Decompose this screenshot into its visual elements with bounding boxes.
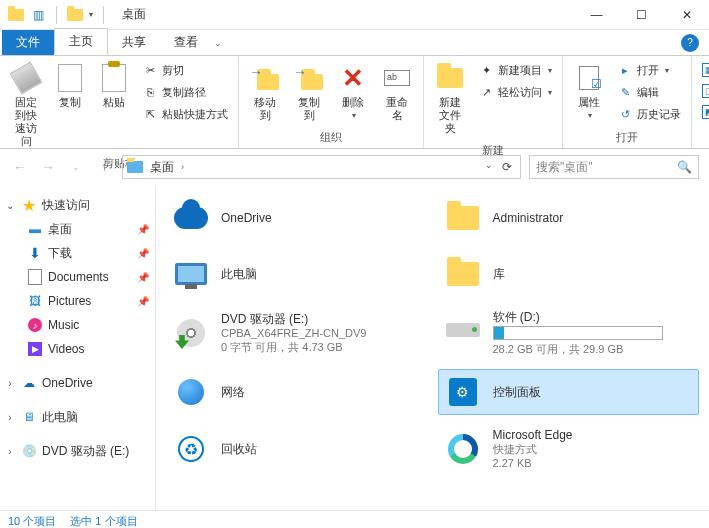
ribbon-group-open: 属性 ▾ ▸打开▾ ✎编辑 ↺历史记录 打开: [563, 56, 692, 148]
item-this-pc[interactable]: 此电脑: [166, 251, 428, 297]
new-folder-button[interactable]: 新建 文件夹: [430, 60, 470, 137]
history-button[interactable]: ↺历史记录: [613, 104, 685, 124]
back-button[interactable]: ←: [10, 157, 30, 177]
copy-to-button[interactable]: 复制到: [289, 60, 329, 124]
edit-button[interactable]: ✎编辑: [613, 82, 685, 102]
libraries-icon: [443, 254, 483, 294]
rename-icon: [381, 62, 413, 94]
nav-documents[interactable]: Documents📌: [0, 265, 155, 289]
item-dvd[interactable]: DVD 驱动器 (E:) CPBA_X64FRE_ZH-CN_DV9 0 字节 …: [166, 307, 428, 359]
minimize-button[interactable]: —: [574, 0, 619, 30]
qat-properties-icon[interactable]: ▥: [30, 7, 46, 23]
forward-button[interactable]: →: [38, 157, 58, 177]
qat-dropdown-icon[interactable]: ▾: [89, 10, 93, 19]
item-recycle-bin[interactable]: ♻ 回收站: [166, 425, 428, 473]
tab-file[interactable]: 文件: [2, 30, 54, 55]
group-label: 组织: [239, 128, 423, 148]
window-title: 桌面: [114, 6, 146, 23]
nav-dvd[interactable]: ›💿DVD 驱动器 (E:): [0, 439, 155, 463]
nav-downloads[interactable]: ⬇下载📌: [0, 241, 155, 265]
open-button[interactable]: ▸打开▾: [613, 60, 685, 80]
refresh-button[interactable]: ⟳: [498, 160, 516, 174]
item-edge[interactable]: Microsoft Edge 快捷方式 2.27 KB: [438, 425, 700, 473]
dvd-icon: [171, 313, 211, 353]
easy-access-button[interactable]: ↗轻松访问▾: [474, 82, 556, 102]
usage-bar: [493, 326, 663, 340]
close-button[interactable]: ✕: [664, 0, 709, 30]
documents-icon: [26, 268, 44, 286]
navigation-pane: ⌄★快速访问 ▬桌面📌 ⬇下载📌 Documents📌 🖼Pictures📌 ♪…: [0, 185, 156, 510]
item-libraries[interactable]: 库: [438, 251, 700, 297]
ribbon: 固定到快 速访问 复制 粘贴 ✂剪切 ⎘复制路径 ⇱粘贴快捷方式 剪贴板 移动到: [0, 55, 709, 149]
search-icon[interactable]: 🔍: [677, 160, 692, 174]
nav-pictures[interactable]: 🖼Pictures📌: [0, 289, 155, 313]
item-administrator[interactable]: Administrator: [438, 195, 700, 241]
recent-locations-button[interactable]: ⌄: [66, 157, 86, 177]
nav-music[interactable]: ♪Music: [0, 313, 155, 337]
breadcrumb-segment[interactable]: 桌面: [147, 159, 177, 176]
select-none-button[interactable]: ▢全部取消: [698, 81, 709, 100]
onedrive-icon: ☁: [20, 374, 38, 392]
separator: [103, 6, 104, 24]
copy-path-button[interactable]: ⎘复制路径: [138, 82, 232, 102]
item-software-d[interactable]: 软件 (D:) 28.2 GB 可用，共 29.9 GB: [438, 307, 700, 359]
desktop-icon: ▬: [26, 220, 44, 238]
group-label: 选择: [692, 128, 709, 148]
item-onedrive[interactable]: OneDrive: [166, 195, 428, 241]
pin-to-quick-access-button[interactable]: 固定到快 速访问: [6, 60, 46, 150]
item-network[interactable]: 网络: [166, 369, 428, 415]
properties-button[interactable]: 属性 ▾: [569, 60, 609, 122]
move-to-button[interactable]: 移动到: [245, 60, 285, 124]
item-control-panel[interactable]: ⚙ 控制面板: [438, 369, 700, 415]
search-box[interactable]: 搜索"桌面" 🔍: [529, 155, 699, 179]
invert-selection-button[interactable]: ◩反向选择: [698, 102, 709, 121]
select-all-icon: ▦: [702, 63, 709, 77]
open-icon: ▸: [617, 62, 633, 78]
pin-icon: 📌: [137, 296, 149, 307]
music-icon: ♪: [26, 316, 44, 334]
ribbon-group-clipboard: 固定到快 速访问 复制 粘贴 ✂剪切 ⎘复制路径 ⇱粘贴快捷方式 剪贴板: [0, 56, 239, 148]
invert-icon: ◩: [702, 105, 709, 119]
qat-folder-icon[interactable]: [67, 7, 83, 23]
up-button[interactable]: ↑: [94, 157, 114, 177]
group-label: 打开: [563, 128, 691, 148]
titlebar: ▥ ▾ 桌面 — ☐ ✕: [0, 0, 709, 30]
tab-share[interactable]: 共享: [108, 30, 160, 55]
rename-button[interactable]: 重命名: [377, 60, 417, 124]
nav-desktop[interactable]: ▬桌面📌: [0, 217, 155, 241]
dvd-icon: 💿: [20, 442, 38, 460]
nav-videos[interactable]: ▶Videos: [0, 337, 155, 361]
folder-icon: [8, 7, 24, 23]
history-icon: ↺: [617, 106, 633, 122]
copy-to-icon: [293, 62, 325, 94]
nav-this-pc[interactable]: ›🖥此电脑: [0, 405, 155, 429]
cut-icon: ✂: [142, 62, 158, 78]
cut-button[interactable]: ✂剪切: [138, 60, 232, 80]
copy-path-icon: ⎘: [142, 84, 158, 100]
chevron-down-icon: ▾: [352, 111, 356, 120]
nav-quick-access[interactable]: ⌄★快速访问: [0, 193, 155, 217]
content-pane: OneDrive Administrator 此电脑 库 DVD 驱动器 (E:…: [156, 185, 709, 510]
paste-button[interactable]: 粘贴: [94, 60, 134, 111]
new-item-button[interactable]: ✦新建项目▾: [474, 60, 556, 80]
pin-icon: 📌: [137, 224, 149, 235]
address-dropdown-button[interactable]: ⌄: [481, 160, 497, 174]
address-box[interactable]: 桌面 › ⌄ ⟳: [122, 155, 521, 179]
copy-button[interactable]: 复制: [50, 60, 90, 111]
maximize-button[interactable]: ☐: [619, 0, 664, 30]
tab-view[interactable]: 查看: [160, 30, 212, 55]
chevron-right-icon[interactable]: ›: [181, 162, 184, 172]
ribbon-collapse-icon[interactable]: ⌄: [214, 38, 222, 48]
paste-shortcut-button[interactable]: ⇱粘贴快捷方式: [138, 104, 232, 124]
help-button[interactable]: ?: [681, 34, 699, 52]
tab-home[interactable]: 主页: [54, 28, 108, 55]
downloads-icon: ⬇: [26, 244, 44, 262]
pin-icon: 📌: [137, 248, 149, 259]
ribbon-group-new: 新建 文件夹 ✦新建项目▾ ↗轻松访问▾ 新建: [424, 56, 563, 148]
properties-icon: [573, 62, 605, 94]
delete-button[interactable]: ✕ 删除 ▾: [333, 60, 373, 122]
nav-onedrive[interactable]: ›☁OneDrive: [0, 371, 155, 395]
search-placeholder: 搜索"桌面": [536, 159, 677, 176]
ribbon-group-select: ▦全部选择 ▢全部取消 ◩反向选择 选择: [692, 56, 709, 148]
select-all-button[interactable]: ▦全部选择: [698, 60, 709, 79]
